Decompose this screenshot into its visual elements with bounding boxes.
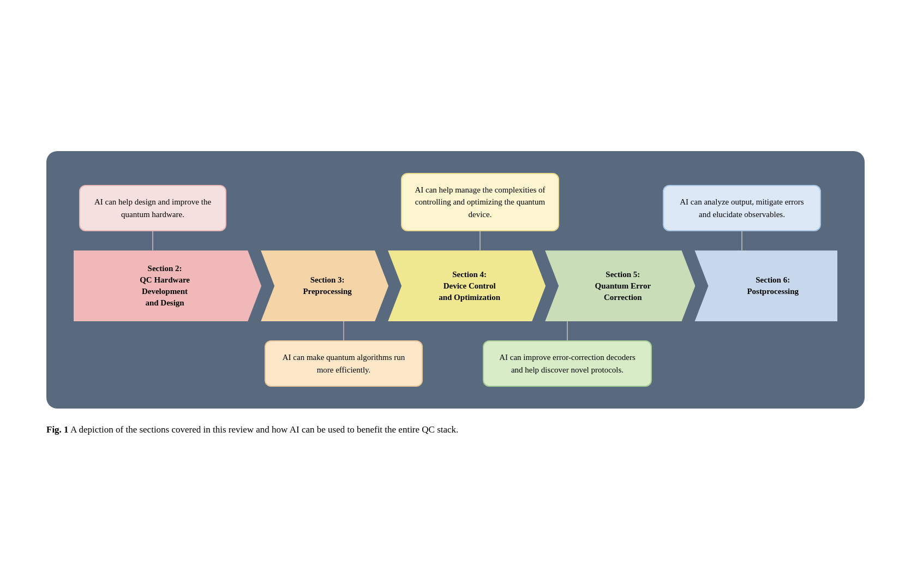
top-box-device-text: AI can help manage the complexities of c… bbox=[415, 185, 545, 219]
bottom-box-preprocess-wrapper: AI can make quantum algorithms run more … bbox=[265, 321, 423, 387]
top-box-postprocess-wrapper: AI can analyze output, mitigate errors a… bbox=[663, 185, 821, 250]
diagram-background: AI can help design and improve the quant… bbox=[46, 151, 865, 409]
bottom-box-error: AI can improve error-correction decoders… bbox=[483, 340, 652, 387]
seg-4-inner: Section 4:Device Controland Optimization bbox=[388, 250, 546, 321]
bottom-box-error-wrapper: AI can improve error-correction decoders… bbox=[483, 321, 652, 387]
connector-line-2 bbox=[480, 231, 481, 250]
seg-3-label: Section 3:Preprocessing bbox=[303, 274, 351, 297]
seg-6-inner: Section 6:Postprocessing bbox=[694, 250, 837, 321]
top-box-postprocess-text: AI can analyze output, mitigate errors a… bbox=[680, 197, 804, 219]
arrow-row: Section 2:QC HardwareDevelopmentand Desi… bbox=[74, 250, 837, 321]
seg-5-inner: Section 5:Quantum ErrorCorrection bbox=[545, 250, 695, 321]
connector-line-5 bbox=[567, 321, 568, 340]
top-box-hardware-wrapper: AI can help design and improve the quant… bbox=[85, 185, 221, 250]
seg-5-label: Section 5:Quantum ErrorCorrection bbox=[595, 269, 651, 303]
seg-2-label: Section 2:QC HardwareDevelopmentand Desi… bbox=[140, 263, 190, 309]
bottom-box-preprocess: AI can make quantum algorithms run more … bbox=[265, 340, 423, 387]
seg-3-inner: Section 3:Preprocessing bbox=[261, 250, 388, 321]
arrow-seg-6: Section 6:Postprocessing bbox=[694, 250, 837, 321]
seg-6-label: Section 6:Postprocessing bbox=[747, 274, 799, 297]
top-box-device: AI can help manage the complexities of c… bbox=[401, 173, 559, 232]
top-box-hardware: AI can help design and improve the quant… bbox=[79, 185, 226, 231]
caption-label: Fig. 1 bbox=[46, 424, 69, 435]
connector-line-4 bbox=[343, 321, 344, 340]
top-box-device-wrapper: AI can help manage the complexities of c… bbox=[401, 173, 559, 251]
arrow-seg-3: Section 3:Preprocessing bbox=[261, 250, 388, 321]
caption-text: A depiction of the sections covered in t… bbox=[69, 424, 459, 435]
connector-line-1 bbox=[152, 231, 153, 250]
connector-line-3 bbox=[741, 231, 742, 250]
top-box-hardware-text: AI can help design and improve the quant… bbox=[94, 197, 211, 219]
arrow-seg-2: Section 2:QC HardwareDevelopmentand Desi… bbox=[74, 250, 261, 321]
seg-4-label: Section 4:Device Controland Optimization bbox=[439, 269, 500, 303]
bottom-box-error-text: AI can improve error-correction decoders… bbox=[499, 353, 636, 374]
figure-caption: Fig. 1 A depiction of the sections cover… bbox=[46, 422, 865, 437]
arrow-seg-4: Section 4:Device Controland Optimization bbox=[388, 250, 546, 321]
seg-2-inner: Section 2:QC HardwareDevelopmentand Desi… bbox=[74, 250, 261, 321]
figure-container: AI can help design and improve the quant… bbox=[46, 151, 865, 437]
arrow-seg-5: Section 5:Quantum ErrorCorrection bbox=[545, 250, 695, 321]
bottom-box-preprocess-text: AI can make quantum algorithms run more … bbox=[283, 353, 405, 374]
top-box-postprocess: AI can analyze output, mitigate errors a… bbox=[663, 185, 821, 231]
